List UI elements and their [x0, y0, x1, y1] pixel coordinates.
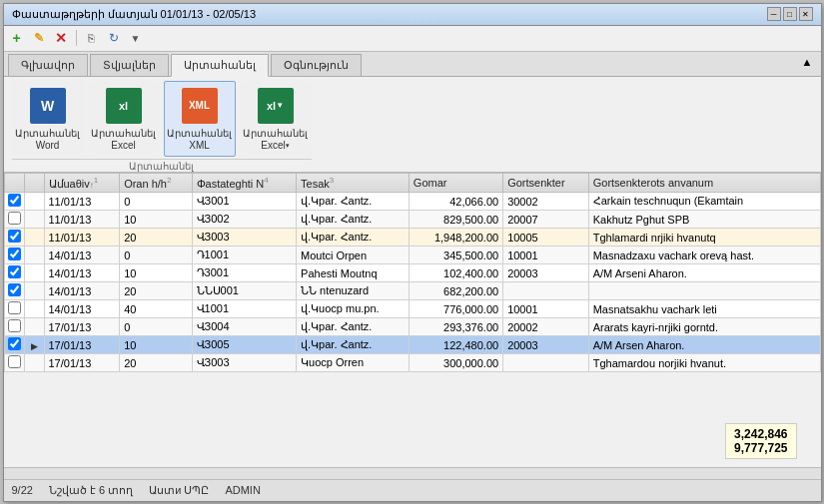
- export-excel-button[interactable]: xl ԱրտահանելExcel: [88, 81, 160, 157]
- refresh-button[interactable]: ↻: [105, 29, 123, 47]
- export-excel2-button[interactable]: xl▼ ԱրտահանելExcel▾: [240, 81, 312, 157]
- menu-icon: ▼: [131, 33, 141, 44]
- row-tesak: Կuocp Orren: [297, 354, 410, 372]
- row-ordu: 0: [120, 318, 192, 336]
- row-tesak: վ.Կpar. Հantz.: [297, 318, 410, 336]
- tab-artahanel[interactable]: Արտահանել: [171, 54, 269, 77]
- grid-container[interactable]: Ամuaθiv↑1 Oran h/h2 Փastateghti N4 Tesak…: [4, 173, 821, 467]
- excel2-icon: xl▼: [256, 86, 296, 126]
- row-gorts: 20003: [503, 264, 589, 282]
- table-row[interactable]: 11/01/13 20 ՎЗ003 վ.Կpar. Հantz. 1,948,2…: [4, 229, 820, 247]
- row-tesak: Moutci Orpen: [297, 247, 410, 264]
- table-row[interactable]: 17/01/13 20 ՎЗ003 Կuocp Orren 300,000.00…: [4, 354, 820, 372]
- row-date: 17/01/13: [44, 318, 120, 336]
- row-gum: 682,200.00: [409, 282, 502, 300]
- table-row[interactable]: 17/01/13 0 ՎЗ004 վ.Կpar. Հantz. 293,376.…: [4, 318, 820, 336]
- table-row[interactable]: 14/01/13 10 Դ3001 Pahesti Moutnq 102,400…: [4, 264, 820, 282]
- row-fact-n: Դ3001: [192, 264, 296, 282]
- col-arrow: [24, 173, 44, 193]
- copy-button[interactable]: ⎘: [83, 29, 101, 47]
- row-gum: 829,500.00: [409, 211, 502, 229]
- row-anv: Ararats kayri-nrjiki gorntd.: [588, 318, 820, 336]
- row-date: 11/01/13: [44, 211, 120, 229]
- tab-tvyalner[interactable]: Տվյալներ: [90, 54, 169, 76]
- row-tesak: ՆՆ ntenuzard: [297, 282, 410, 300]
- row-anv: Kakhutz Pghut SPB: [588, 211, 820, 229]
- col-tesak[interactable]: Tesak3: [297, 173, 410, 193]
- delete-icon: ✕: [55, 30, 67, 46]
- menu-button[interactable]: ▼: [127, 29, 145, 47]
- summary-box: 3,242,846 9,777,725: [725, 423, 796, 459]
- col-gorts[interactable]: Gortsenkter: [503, 173, 589, 193]
- tab-collapse-button[interactable]: ▲: [798, 54, 817, 76]
- add-button[interactable]: +: [8, 29, 26, 47]
- edit-icon: ✎: [34, 31, 44, 45]
- maximize-button[interactable]: □: [783, 7, 797, 21]
- export-xml-button[interactable]: XML ԱրտահանելXML: [164, 81, 236, 157]
- close-button[interactable]: ✕: [799, 7, 813, 21]
- row-arrow-cell: [24, 193, 44, 211]
- word-icon: W: [28, 86, 68, 126]
- row-gorts: [503, 354, 589, 372]
- row-date: 14/01/13: [44, 247, 120, 264]
- row-gorts: 20003: [503, 336, 589, 354]
- col-fact-n[interactable]: Փastateghti N4: [192, 173, 296, 193]
- delete-button[interactable]: ✕: [52, 29, 70, 47]
- ribbon-buttons: W ԱրտահանելWord xl ԱրտահանելExcel XML Ար…: [12, 81, 312, 157]
- row-gum: 293,376.00: [409, 318, 502, 336]
- scrollbar-horizontal[interactable]: [4, 467, 821, 479]
- row-ordu: 10: [120, 211, 192, 229]
- export-xml-label: ԱրտահանելXML: [167, 128, 232, 152]
- row-fact-n: ՎЗ001: [192, 193, 296, 211]
- row-date: 14/01/13: [44, 282, 120, 300]
- toolbar: + ✎ ✕ ⎘ ↻ ▼: [4, 26, 821, 52]
- row-checkbox[interactable]: [4, 229, 24, 247]
- row-checkbox[interactable]: [4, 264, 24, 282]
- window-controls: ─ □ ✕: [767, 7, 813, 21]
- tab-ognutyun[interactable]: Օգնություն: [271, 54, 362, 76]
- data-grid: Ամuaθiv↑1 Oran h/h2 Փastateghti N4 Tesak…: [4, 173, 821, 373]
- row-anv: Tghlamardi nrjiki hvanutq: [588, 229, 820, 247]
- col-anv[interactable]: Gortsenkterots anvanum: [588, 173, 820, 193]
- row-gorts: 10001: [503, 247, 589, 264]
- row-checkbox[interactable]: [4, 247, 24, 264]
- row-checkbox[interactable]: [4, 300, 24, 318]
- row-checkbox[interactable]: [4, 282, 24, 300]
- row-arrow-cell: [24, 282, 44, 300]
- minimize-button[interactable]: ─: [767, 7, 781, 21]
- row-fact-n: Վ1001: [192, 300, 296, 318]
- row-tesak: Pahesti Moutnq: [297, 264, 410, 282]
- row-tesak: վ.Կpar. Հantz.: [297, 229, 410, 247]
- row-anv: Tghamardou norjiki hvanut.: [588, 354, 820, 372]
- row-gum: 102,400.00: [409, 264, 502, 282]
- col-date[interactable]: Ամuaθiv↑1: [44, 173, 120, 193]
- table-row[interactable]: 14/01/13 20 ՆՆՍ001 ՆՆ ntenuzard 682,200.…: [4, 282, 820, 300]
- row-checkbox[interactable]: [4, 318, 24, 336]
- status-user: ADMIN: [225, 484, 260, 496]
- row-tesak: վ.Կpar. Հantz.: [297, 193, 410, 211]
- table-row[interactable]: 14/01/13 0 Դ1001 Moutci Orpen 345,500.00…: [4, 247, 820, 264]
- edit-button[interactable]: ✎: [30, 29, 48, 47]
- window-title: Փաստաթղթերի մատյան 01/01/13 - 02/05/13: [12, 8, 257, 21]
- ribbon-export-group: W ԱրտահանելWord xl ԱրտահանելExcel XML Ար…: [12, 81, 312, 172]
- row-checkbox[interactable]: [4, 354, 24, 372]
- row-tesak: վ.Կpar. Հantz.: [297, 211, 410, 229]
- table-row[interactable]: ▶ 17/01/13 10 ՎЗ005 վ.Կpar. Հantz. 122,4…: [4, 336, 820, 354]
- row-gorts: 20002: [503, 318, 589, 336]
- row-date: 14/01/13: [44, 264, 120, 282]
- col-checkbox: [4, 173, 24, 193]
- table-row[interactable]: 11/01/13 0 ՎЗ001 վ.Կpar. Հantz. 42,066.0…: [4, 193, 820, 211]
- table-row[interactable]: 11/01/13 10 ՎЗ002 վ.Կpar. Հantz. 829,500…: [4, 211, 820, 229]
- table-row[interactable]: 14/01/13 40 Վ1001 վ.Կuocp mu.pn. 776,000…: [4, 300, 820, 318]
- refresh-icon: ↻: [109, 31, 119, 45]
- tab-glavator[interactable]: Գլխավոր: [8, 54, 88, 76]
- row-checkbox[interactable]: [4, 211, 24, 229]
- row-checkbox[interactable]: [4, 336, 24, 354]
- export-word-button[interactable]: W ԱրտահանելWord: [12, 81, 84, 157]
- col-ordu[interactable]: Oran h/h2: [120, 173, 192, 193]
- col-gum[interactable]: Gomar: [409, 173, 502, 193]
- row-ordu: 20: [120, 282, 192, 300]
- row-arrow-cell: [24, 264, 44, 282]
- row-checkbox[interactable]: [4, 193, 24, 211]
- row-ordu: 10: [120, 336, 192, 354]
